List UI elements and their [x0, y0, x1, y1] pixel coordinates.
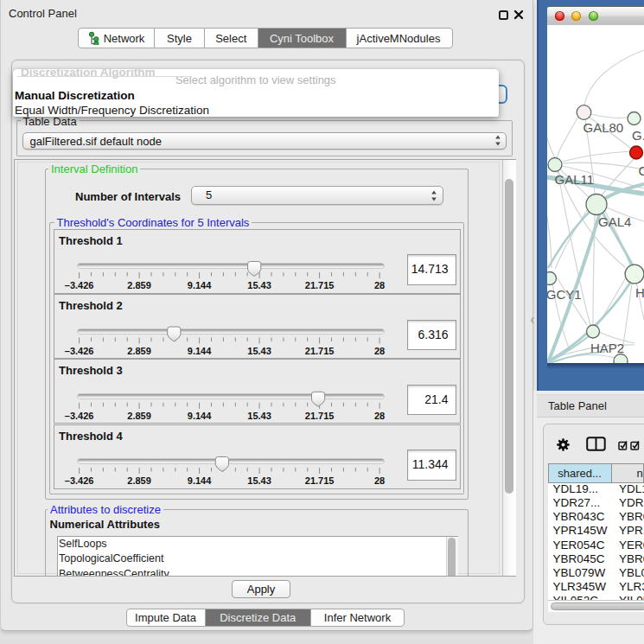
svg-text:C: C: [639, 163, 644, 178]
svg-text:GAL80: GAL80: [583, 120, 624, 135]
svg-text:GAL11: GAL11: [555, 172, 595, 187]
svg-text:H: H: [635, 285, 644, 300]
svg-text:HAP2: HAP2: [590, 341, 624, 355]
svg-text:GAL4: GAL4: [598, 214, 631, 229]
svg-text:G.: G.: [632, 128, 644, 143]
svg-text:GCY1: GCY1: [547, 287, 582, 302]
